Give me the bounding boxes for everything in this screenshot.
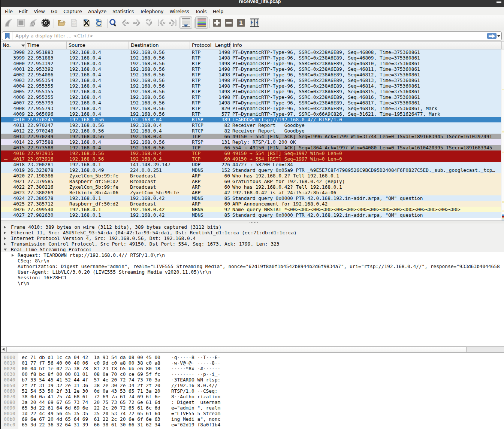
detail-row-10[interactable]: \r\n <box>1 280 504 286</box>
colorize-button[interactable] <box>195 16 208 29</box>
packet-row-4009[interactable]: 400922.965096192.168.0.4192.168.0.56RTP5… <box>1 111 501 117</box>
open-file-button[interactable] <box>57 18 66 27</box>
packet-row-4004[interactable]: 400422.955355192.168.0.4192.168.0.56RTP1… <box>1 83 501 89</box>
column-header-destination[interactable]: Destination <box>129 42 190 49</box>
go-to-packet-button[interactable] <box>145 18 154 27</box>
detail-row-4[interactable]: Real Time Streaming Protocol <box>1 247 504 252</box>
detail-row-9[interactable]: Session: 16F28EC1 <box>1 275 504 280</box>
detail-row-6[interactable]: CSeq: 8\r\n <box>1 258 504 264</box>
menu-edit[interactable]: Edit <box>16 8 31 15</box>
packet-row-4023[interactable]: 402327.380269BelkinIn_8b:4a:06ZyxelCom_5… <box>1 190 501 195</box>
filter-apply-button[interactable] <box>487 33 497 39</box>
hex-row-0020[interactable]: 002000 04 bf fe 02 2a 38 78 8f 23 f8 b5 … <box>1 366 504 371</box>
details-horizontal-scrollbar[interactable] <box>1 346 504 353</box>
packet-row-4015[interactable]: 401522.973588192.168.0.4192.168.0.56TCP6… <box>1 145 501 150</box>
minimize-button[interactable] <box>497 1 501 3</box>
packet-row-4002[interactable]: 400222.954086192.168.0.4192.168.0.56RTP1… <box>1 72 501 77</box>
packet-row-4027[interactable]: 402727.982630192.168.0.1192.168.0.42MDNS… <box>1 212 501 218</box>
reload-file-button[interactable]: 011013 <box>94 18 103 27</box>
column-header-length[interactable]: Length <box>213 42 231 49</box>
packet-row-4019[interactable]: 401926.323878192.168.0.49224.0.0.251MDNS… <box>1 167 501 173</box>
menu-statistics[interactable]: Statistics <box>109 8 137 15</box>
restart-capture-button[interactable] <box>29 18 38 27</box>
expanded-arrow-icon[interactable] <box>4 249 7 251</box>
find-packet-button[interactable] <box>109 18 118 27</box>
scrollbar-left-arrow-button[interactable] <box>1 347 6 352</box>
collapsed-arrow-icon[interactable] <box>4 226 6 229</box>
packet-row-4007[interactable]: 400722.955793192.168.0.4192.168.0.56RTP1… <box>1 100 501 106</box>
save-file-button[interactable]: 010103100113 <box>70 18 79 27</box>
packet-row-3998[interactable]: 399822.951883192.168.0.4192.168.0.56RTP1… <box>1 49 501 55</box>
zoom-original-button[interactable]: 1 <box>236 18 245 27</box>
menu-analyze[interactable]: Analyze <box>85 8 109 15</box>
packet-row-4014[interactable]: 401422.973588192.168.0.4192.168.0.56RTSP… <box>1 139 501 145</box>
column-header-source[interactable]: Source <box>67 42 129 49</box>
go-forward-button[interactable] <box>133 18 142 27</box>
display-filter-input[interactable]: Apply a display filter ... <Ctrl-/> <box>2 31 502 40</box>
packet-row-4024[interactable]: 402427.380578192.168.0.1192.168.0.42MDNS… <box>1 195 501 201</box>
packet-row-4013[interactable]: 401322.970249192.168.0.56192.168.0.4TCP6… <box>1 134 501 139</box>
collapsed-arrow-icon[interactable] <box>4 243 6 246</box>
auto-scroll-button[interactable] <box>179 16 192 29</box>
stop-capture-button[interactable] <box>16 18 25 27</box>
detail-row-2[interactable]: Internet Protocol Version 4, Src: 192.16… <box>1 235 504 241</box>
collapsed-arrow-icon[interactable] <box>4 237 6 240</box>
packet-row-4018[interactable]: 401823.200281192.168.0.1141.148.39.147UD… <box>1 162 501 167</box>
go-back-button[interactable] <box>121 18 130 27</box>
scrollbar-thumb[interactable] <box>6 347 467 352</box>
hex-row-0030[interactable]: 003000 f8 bc 8f 00 00 01 01 08 0a 70 c0 … <box>1 371 504 377</box>
packet-list-scrollbar[interactable] <box>501 49 504 220</box>
packet-row-4022[interactable]: 402227.380216ZyxelCom_5b:99:feBroadcastA… <box>1 184 501 190</box>
hex-row-0070[interactable]: 007038 0d 0a 41 75 74 68 6f 72 69 7a 61 … <box>1 394 504 399</box>
collapsed-arrow-icon[interactable] <box>12 254 14 257</box>
go-first-packet-button[interactable] <box>157 18 166 27</box>
hex-row-00b0[interactable]: 00b069 6e 67 20 4d 65 64 69 61 22 2c 20 … <box>1 416 504 422</box>
start-capture-button[interactable] <box>4 18 13 27</box>
packet-row-4008[interactable]: 400822.955793192.168.0.4192.168.0.56RTP8… <box>1 106 501 111</box>
collapsed-arrow-icon[interactable] <box>4 231 6 234</box>
packet-row-4026[interactable]: 402627.499540192.168.0.1192.168.0.42NBNS… <box>1 207 501 212</box>
menu-telephony[interactable]: Telephony <box>137 8 166 15</box>
packet-row-3999[interactable]: 399922.951883192.168.0.4192.168.0.56RTP1… <box>1 55 501 61</box>
filter-dropdown-caret[interactable] <box>497 35 501 37</box>
zoom-out-button[interactable] <box>224 18 233 27</box>
hex-row-0080[interactable]: 00803a 20 44 69 67 65 73 74 20 75 73 65 … <box>1 399 504 405</box>
packet-row-4010[interactable]: 401022.970245192.168.0.56192.168.0.4RTSP… <box>1 117 501 122</box>
menu-go[interactable]: Go <box>48 8 60 15</box>
zoom-in-button[interactable] <box>212 18 221 27</box>
packet-row-4012[interactable]: 401222.970248192.168.0.56192.168.0.4RTCP… <box>1 128 501 134</box>
column-header-time[interactable]: Time <box>25 42 67 49</box>
packet-row-4011[interactable]: 401122.970247192.168.0.56192.168.0.4RTCP… <box>1 122 501 128</box>
hex-row-0060[interactable]: 006052 54 53 50 2f 31 2e 30 0d 0a 43 53 … <box>1 388 504 394</box>
packet-row-4005[interactable]: 400522.955355192.168.0.4192.168.0.56RTP1… <box>1 89 501 94</box>
column-header-info[interactable]: Info <box>231 42 502 49</box>
hex-row-0040[interactable]: 0040b7 33 54 45 41 52 44 4f 57 4e 20 72 … <box>1 377 504 383</box>
menu-wireless[interactable]: Wireless <box>167 8 192 15</box>
detail-row-7[interactable]: Authorization: Digest username="admin", … <box>1 264 504 269</box>
packet-row-4025[interactable]: 402527.385712Raspberr_df:50:d2BroadcastA… <box>1 201 501 207</box>
hex-row-0090[interactable]: 009065 3d 22 61 64 6d 69 6e 22 2c 20 72 … <box>1 405 504 411</box>
packet-row-4020[interactable]: 402027.198386ZyxelCom_5b:99:feBroadcastA… <box>1 173 501 179</box>
packet-row-4001[interactable]: 400122.953392192.168.0.4192.168.0.56RTP1… <box>1 66 501 72</box>
detail-row-3[interactable]: Transmission Control Protocol, Src Port:… <box>1 241 504 247</box>
menu-file[interactable]: File <box>2 8 16 15</box>
hex-row-0000[interactable]: 0000ec 71 db d1 1c ca 04 42 1a 93 54 da … <box>1 355 504 360</box>
hex-row-0010[interactable]: 001001 77 f7 56 40 00 40 06 c0 9d c0 a8 … <box>1 360 504 366</box>
go-last-packet-button[interactable] <box>169 18 178 27</box>
menu-tools[interactable]: Tools <box>192 8 210 15</box>
packet-row-4017[interactable]: 401722.973916192.168.0.56192.168.0.4TCP6… <box>1 156 501 162</box>
hex-row-00a0[interactable]: 00a03d 22 4c 49 56 45 35 35 35 20 53 74 … <box>1 411 504 416</box>
resize-columns-button[interactable] <box>250 18 259 27</box>
detail-row-8[interactable]: User-Agent: LibVLC/3.0.20 (LIVE555 Strea… <box>1 269 504 275</box>
filter-bookmark-button[interactable] <box>2 32 12 40</box>
pane-splitter[interactable] <box>1 220 504 223</box>
menu-view[interactable]: View <box>31 8 48 15</box>
hex-row-0050[interactable]: 00502f 2f 31 39 32 2e 31 36 38 2e 30 2e … <box>1 383 504 388</box>
packet-row-4016[interactable]: 401622.973915192.168.0.56192.168.0.4TCP6… <box>1 150 501 156</box>
column-header-protocol[interactable]: Protocol <box>190 42 213 49</box>
packet-row-4003[interactable]: 400322.955354192.168.0.4192.168.0.56RTP1… <box>1 77 501 83</box>
hex-row-00c0[interactable]: 00c065 3d 22 36 32 64 31 39 66 38 61 30 … <box>1 422 504 428</box>
menu-capture[interactable]: Capture <box>60 8 85 15</box>
packet-row-4006[interactable]: 400622.955355192.168.0.4192.168.0.56RTP1… <box>1 94 501 100</box>
detail-row-1[interactable]: Ethernet II, Src: ASUSTekC_93:54:da (04:… <box>1 230 504 235</box>
